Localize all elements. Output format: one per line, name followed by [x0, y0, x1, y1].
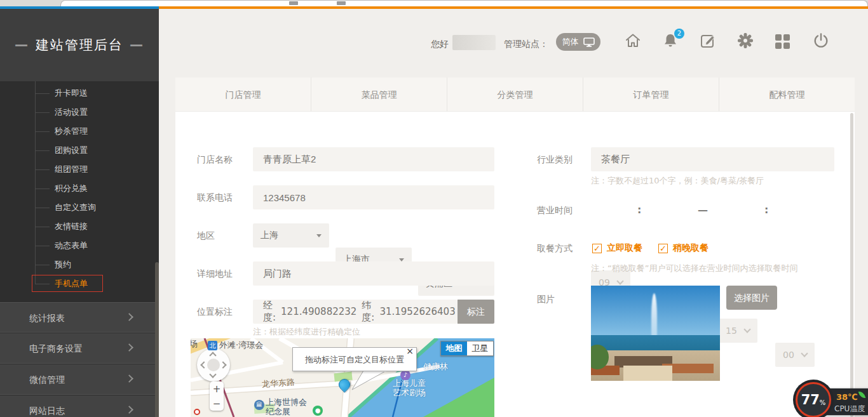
- gear-icon: [736, 32, 754, 50]
- region-label: 地区: [197, 223, 215, 248]
- latitude-label: 纬度:: [362, 300, 374, 324]
- industry-label: 行业类别: [537, 147, 573, 171]
- zoom-out-button[interactable]: −: [213, 398, 221, 409]
- sidebar-item-custom-query[interactable]: 自定义查询: [0, 198, 159, 217]
- settings-button[interactable]: [736, 32, 756, 52]
- pan-left-icon[interactable]: [200, 361, 207, 368]
- sidebar-item-dynamic-form[interactable]: 动态表单: [0, 236, 159, 255]
- address-bar-mark: [337, 1, 346, 5]
- sidebar-item-flash-sale[interactable]: 秒杀管理: [0, 122, 159, 141]
- triangle-down-icon: [316, 234, 322, 237]
- tooltip-tail: [349, 371, 400, 391]
- map-label-expo-2: 纪念展: [266, 406, 290, 417]
- pan-right-icon[interactable]: [219, 361, 226, 368]
- location-label: 位置标注: [197, 300, 233, 324]
- zoom-in-button[interactable]: +: [213, 383, 221, 395]
- pan-up-icon[interactable]: [209, 352, 216, 359]
- mark-location-button[interactable]: 标注: [458, 300, 494, 324]
- sidebar-group-statistics[interactable]: 统计报表: [0, 302, 159, 333]
- notifications-button[interactable]: 2: [661, 32, 681, 52]
- store-name-input[interactable]: [253, 147, 494, 171]
- sidebar-item-team-manage[interactable]: 组团管理: [0, 160, 159, 179]
- close-hour-select[interactable]: 15: [718, 319, 757, 343]
- sidebar: — 建站管理后台 — 升卡即送 活动设置 秒杀管理 团购设置 组团管理 积分兑换…: [0, 9, 159, 417]
- tab-order-management[interactable]: 订单管理: [583, 77, 719, 111]
- museum-poi-icon[interactable]: 🏛: [254, 400, 264, 410]
- browser-address-bar[interactable]: [60, 0, 868, 6]
- chevron-down-icon: [743, 326, 750, 333]
- industry-note: 注：字数不超过10个字，例：美食/粤菜/茶餐厅: [591, 175, 764, 187]
- notification-badge: 2: [674, 29, 684, 39]
- sidebar-item-card-gift[interactable]: 升卡即送: [0, 84, 159, 103]
- tab-dish-management[interactable]: 菜品管理: [311, 77, 447, 111]
- apps-button[interactable]: [775, 32, 794, 52]
- power-icon: [812, 32, 830, 50]
- latitude-value: 31.1952626403: [379, 306, 455, 317]
- time-colon: :: [637, 198, 641, 222]
- home-button[interactable]: [624, 32, 643, 52]
- location-map[interactable]: 场 外滩·湾璟会 龙华东路 上海世博会 纪念展 上海儿童 艺术剧场 健康林 🏛 …: [191, 338, 494, 417]
- map-zoom-control[interactable]: + −: [210, 381, 224, 411]
- coordinates-field[interactable]: 经度: 121.490882232 纬度: 31.1952626403: [253, 300, 458, 324]
- time-colon: :: [764, 198, 768, 222]
- checkbox-checked-icon: ✓: [658, 244, 668, 253]
- cpu-temperature-label: CPU温度: [834, 404, 865, 414]
- edit-button[interactable]: [699, 32, 718, 52]
- hours-label: 营业时间: [537, 198, 573, 222]
- address-input[interactable]: [253, 261, 494, 286]
- tab-ingredient-management[interactable]: 配料管理: [719, 77, 855, 111]
- edit-icon: [699, 32, 717, 50]
- province-select[interactable]: 上海: [253, 223, 329, 248]
- location-note: 注：根据经纬度进行精确定位: [253, 326, 360, 338]
- sidebar-item-group-buy[interactable]: 团购设置: [0, 141, 159, 160]
- content-top-accent: [159, 6, 868, 9]
- close-icon[interactable]: ×: [406, 347, 414, 355]
- north-indicator: 北: [208, 341, 217, 350]
- pickup-label: 取餐方式: [537, 236, 573, 260]
- language-pill-button[interactable]: 简体: [556, 33, 600, 51]
- longitude-value: 121.490882232: [281, 306, 356, 317]
- pan-down-icon[interactable]: [209, 371, 216, 378]
- satellite-view-button[interactable]: 卫星: [467, 341, 493, 355]
- address-label: 详细地址: [197, 261, 233, 286]
- choose-image-button[interactable]: 选择图片: [726, 286, 777, 310]
- language-label: 简体: [562, 36, 579, 48]
- sidebar-item-friend-links[interactable]: 友情链接: [0, 217, 159, 236]
- grid-icon: [775, 34, 794, 49]
- username-redacted: [452, 35, 496, 50]
- tab-bar: 门店管理 菜品管理 分类管理 订单管理 配料管理: [175, 77, 855, 112]
- pan-center[interactable]: [207, 359, 220, 371]
- park-poi-icon[interactable]: ●: [313, 406, 323, 416]
- panel-scrollbar[interactable]: [850, 113, 853, 417]
- sidebar-group-site-log[interactable]: 网站日志: [0, 395, 159, 417]
- tab-category-management[interactable]: 分类管理: [447, 77, 583, 111]
- sidebar-group-ecommerce[interactable]: 电子商务设置: [0, 333, 159, 364]
- map-label-road: 龙华东路: [261, 376, 295, 390]
- chevron-down-icon: [616, 277, 623, 284]
- pickup-note: 注：“稍晚取餐”用户可以选择在营业时间内选择取餐时间: [591, 263, 797, 274]
- sidebar-item-activity-settings[interactable]: 活动设置: [0, 103, 159, 122]
- sidebar-item-points-exchange[interactable]: 积分兑换: [0, 179, 159, 198]
- industry-input[interactable]: [591, 147, 834, 171]
- pickup-later-checkbox[interactable]: ✓ 稍晚取餐: [658, 242, 709, 254]
- chevron-right-icon: [125, 374, 133, 383]
- map-view-button[interactable]: 地图: [441, 341, 467, 355]
- chevron-right-icon: [125, 343, 133, 352]
- sidebar-group-wechat[interactable]: 微信管理: [0, 364, 159, 395]
- pickup-now-checkbox[interactable]: ✓ 立即取餐: [592, 242, 642, 254]
- map-tooltip: 拖动标注可自定义目标位置 ×: [292, 347, 417, 371]
- greeting-text: 您好: [431, 37, 449, 51]
- content-panel: 门店管理 菜品管理 分类管理 订单管理 配料管理 门店名称 联系电话 地区 上海…: [175, 77, 855, 417]
- home-icon: [624, 32, 642, 50]
- phone-input[interactable]: [253, 185, 494, 209]
- sidebar-item-reservation[interactable]: 预约: [0, 255, 159, 274]
- monitor-icon: [583, 37, 595, 47]
- close-minute-select[interactable]: 00: [775, 343, 815, 367]
- store-photo: [591, 286, 720, 381]
- time-dash: —: [698, 198, 708, 222]
- tab-store-management[interactable]: 门店管理: [175, 77, 311, 111]
- logout-button[interactable]: [812, 32, 831, 52]
- map-pan-control[interactable]: [197, 348, 230, 381]
- cpu-usage-gauge[interactable]: 77 %: [796, 382, 831, 417]
- sidebar-scrollbar[interactable]: [155, 262, 159, 417]
